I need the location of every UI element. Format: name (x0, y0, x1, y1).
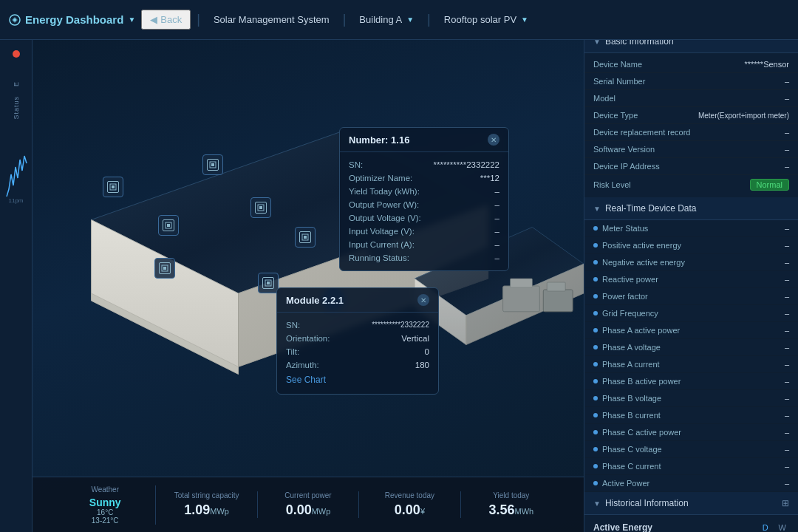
popup-1-yield-label: Yield Today (kWh): (349, 187, 420, 196)
rt-row-power-factor: Power factor – (584, 288, 798, 305)
rt-val-phase-c-power: – (785, 428, 789, 437)
info-row-device-type: Device Type Meter(Export+import meter) (584, 107, 798, 124)
building-selector[interactable]: Building A ▼ (352, 11, 421, 28)
back-button[interactable]: ◀ Back (141, 10, 191, 30)
chart-toggle-group: D W (760, 522, 789, 532)
brand-dropdown[interactable]: Energy Dashboard ▼ (9, 13, 135, 26)
historical-section-header[interactable]: ▼ Historical Information ⊞ (584, 492, 798, 515)
device-icon-inner-7 (159, 262, 171, 274)
popup-1-output-voltage-label: Output Voltage (V): (349, 214, 421, 222)
popup-1-output-voltage-row: Output Voltage (V): – (349, 211, 499, 225)
rt-label-reactive-power: Reactive power (602, 275, 780, 284)
device-icon-2[interactable] (103, 177, 123, 197)
stat-yield: Yield today 3.56MWh (461, 491, 562, 518)
revenue-value-group: 0.00¥ (395, 502, 425, 518)
device-icon-3[interactable] (250, 197, 271, 218)
rt-val-phase-c-current: – (785, 462, 789, 471)
rt-dot-15 (593, 481, 598, 485)
realtime-title: Real-Time Device Data (605, 203, 697, 214)
popup-2-azimuth-label: Azimuth: (286, 361, 319, 369)
popup-2-close-button[interactable]: ✕ (417, 294, 429, 306)
serial-number-label: Serial Number (593, 77, 785, 86)
device-type-label: Device Type (593, 111, 698, 120)
weather-temp-range: 13-21°C (92, 516, 119, 525)
sidebar-label-status: Status (13, 96, 20, 120)
rt-dot-10 (593, 396, 598, 400)
ip-label: Device IP Address (593, 162, 785, 171)
popup-1-running-status-value: – (495, 253, 499, 262)
device-icon-inner-5 (299, 231, 311, 243)
rt-label-phase-c-current: Phase C current (602, 462, 780, 471)
capacity-unit: MWp (210, 507, 229, 516)
popup-1-sn-row: SN: **********2332222 (349, 158, 499, 171)
info-row-model: Model – (584, 90, 798, 107)
serial-number-value: – (785, 77, 789, 86)
popup-2-tilt-value: 0 (425, 347, 429, 356)
rt-row-phase-b-voltage: Phase B voltage – (584, 390, 798, 407)
device-icon-1[interactable] (202, 154, 223, 175)
rt-dot-1 (593, 243, 598, 248)
popup-2-title: Module 2.2.1 (286, 295, 344, 306)
popup-1-optimizer-value: ***12 (480, 174, 499, 183)
see-chart-link[interactable]: See Chart (286, 372, 429, 388)
risk-label: Risk Level (593, 180, 750, 189)
weather-condition-group: Sunny 16°C 13-21°C (89, 497, 121, 525)
right-info-panel: ✕ INFO ◎ DEVICE ▼ Basic Information Devi… (584, 0, 798, 532)
current-power-label: Current power (284, 491, 331, 499)
device-type-value: Meter(Export+import meter) (698, 112, 789, 120)
device-name-label: Device Name (593, 60, 744, 69)
device-icon-4[interactable] (158, 215, 179, 236)
rt-row-active-power: Active Power – (584, 475, 798, 492)
capacity-value-group: 1.09MWp (184, 502, 229, 518)
svg-rect-43 (167, 224, 170, 227)
info-row-replacement: Device replacement record – (584, 124, 798, 141)
popup-2-sn-label: SN: (286, 321, 300, 330)
rt-label-phase-a-current: Phase A current (602, 360, 780, 369)
popup-1-close-button[interactable]: ✕ (488, 134, 499, 146)
rt-label-phase-a-voltage: Phase A voltage (602, 343, 780, 352)
rt-val-phase-c-voltage: – (785, 445, 789, 454)
left-sidebar: E Status 11pm (0, 40, 33, 532)
rt-dot-14 (593, 464, 598, 468)
yield-value-group: 3.56MWh (488, 502, 533, 518)
replacement-value: – (785, 128, 789, 137)
rt-val-phase-a-voltage: – (785, 343, 789, 352)
rt-val-grid-freq: – (785, 309, 789, 318)
svg-rect-45 (304, 236, 307, 239)
chart-header: Active Energy D W (593, 522, 789, 532)
popup-1-body: SN: **********2332222 Optimizer Name: **… (340, 152, 508, 270)
rt-row-phase-b-power: Phase B active power – (584, 373, 798, 390)
rt-row-phase-a-current: Phase A current – (584, 356, 798, 373)
sidebar-waveform-chart (5, 145, 27, 204)
rt-label-meter-status: Meter Status (602, 224, 780, 233)
info-row-software: Software Version – (584, 141, 798, 158)
revenue-label: Revenue today (385, 491, 434, 499)
stat-weather: Weather Sunny 16°C 13-21°C (55, 485, 156, 525)
device-selector[interactable]: Rooftop solar PV ▼ (437, 11, 536, 28)
historical-export-icon[interactable]: ⊞ (782, 498, 789, 508)
realtime-toggle-icon: ▼ (593, 205, 601, 213)
device-icon-5[interactable] (295, 227, 316, 248)
brand-dropdown-arrow: ▼ (128, 16, 135, 24)
popup-2-tilt-label: Tilt: (286, 347, 299, 356)
popup-2-orientation-row: Orientation: Vertical (286, 332, 429, 345)
popup-1-running-status-row: Running Status: – (349, 251, 499, 265)
revenue-value: 0.00 (395, 502, 420, 517)
device-icon-8[interactable] (258, 273, 279, 293)
brand-icon (9, 14, 21, 26)
top-navigation: Energy Dashboard ▼ ◀ Back | Solar Manage… (0, 0, 798, 40)
info-row-risk: Risk Level Normal (584, 175, 798, 194)
current-power-value: 0.00 (286, 502, 312, 517)
chart-btn-d[interactable]: D (760, 522, 771, 532)
rt-val-phase-b-current: – (785, 411, 789, 420)
realtime-section-header[interactable]: ▼ Real-Time Device Data (584, 197, 798, 220)
popup-2-body: SN: **********2332222 Orientation: Verti… (277, 313, 438, 394)
rt-val-phase-a-current: – (785, 360, 789, 369)
stat-capacity: Total string capacity 1.09MWp (156, 491, 257, 518)
chart-btn-w[interactable]: W (776, 522, 789, 532)
device-icon-inner-1 (207, 159, 219, 171)
device-icon-7[interactable] (154, 258, 175, 279)
rt-val-positive-active: – (785, 241, 789, 250)
rt-label-negative-active: Negative active energy (602, 258, 780, 267)
rt-dot-6 (593, 328, 598, 332)
